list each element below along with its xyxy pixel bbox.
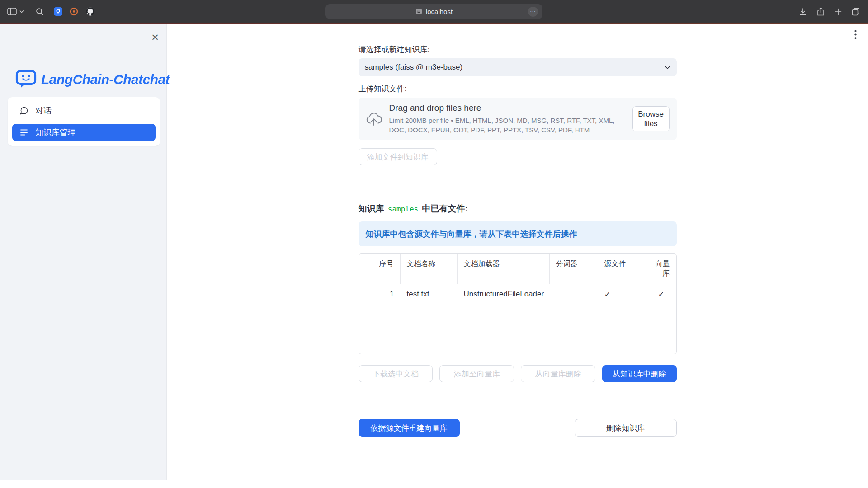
sidebar-item-label: 知识库管理 (35, 127, 76, 138)
tabs-icon[interactable] (852, 8, 860, 16)
kb-select[interactable]: samples (faiss @ m3e-base) (359, 58, 677, 76)
github-icon[interactable] (85, 7, 95, 16)
sidebar-item-kb[interactable]: 知识库管理 (12, 124, 156, 141)
remove-from-vector-button[interactable]: 从向量库删除 (521, 365, 595, 382)
extension-icon-orange[interactable] (70, 7, 78, 16)
extension-icon-blue[interactable] (54, 7, 62, 16)
sidebar: ✕ LangChain-Chatchat 对话 (0, 24, 167, 480)
table-cell-loader: UnstructuredFileLoader (458, 284, 550, 305)
dropzone-limit: Limit 200MB per file • EML, HTML, JSON, … (389, 116, 625, 135)
rebuild-vector-button[interactable]: 依据源文件重建向量库 (359, 419, 460, 437)
new-tab-icon[interactable] (835, 8, 842, 15)
kb-select-label: 请选择或新建知识库: (359, 44, 677, 55)
divider (359, 403, 677, 403)
kb-name-code: samples (387, 205, 420, 213)
download-selected-button[interactable]: 下载选中文档 (359, 365, 433, 382)
table-header-cell[interactable]: 文档名称 (401, 254, 458, 284)
table-empty-area (359, 305, 676, 354)
browser-chrome: localhost ⋯ (0, 0, 868, 23)
table-header-cell[interactable]: 源文件 (598, 254, 646, 284)
share-icon[interactable] (817, 7, 825, 16)
table-header-cell[interactable]: 分词器 (550, 254, 598, 284)
kb-actions-row: 依据源文件重建向量库 删除知识库 (359, 419, 677, 437)
download-icon[interactable] (799, 8, 807, 16)
page-accent-line (0, 23, 868, 24)
files-table: 序号 文档名称 文档加载器 分词器 源文件 向量库 1 test.txt Uns… (359, 253, 677, 354)
main-content: 请选择或新建知识库: samples (faiss @ m3e-base) 上传… (167, 0, 868, 437)
table-cell-index: 1 (359, 284, 401, 305)
upload-label: 上传知识文件: (359, 84, 677, 94)
select-chevron-icon (665, 66, 670, 69)
sidebar-close-icon[interactable]: ✕ (149, 32, 161, 43)
table-cell-source: ✓ (598, 284, 646, 305)
table-header-cell[interactable]: 向量库 (646, 254, 676, 284)
logo-icon (15, 70, 37, 89)
table-header-cell[interactable]: 文档加载器 (458, 254, 550, 284)
sidebar-item-chat[interactable]: 对话 (12, 102, 156, 119)
delete-kb-button[interactable]: 删除知识库 (575, 419, 677, 437)
nav-card: 对话 知识库管理 (8, 97, 160, 146)
browse-files-button[interactable]: Browse files (632, 106, 670, 132)
sidebar-toggle-icon[interactable] (7, 8, 17, 15)
site-favicon (415, 8, 422, 15)
table-row[interactable]: 1 test.txt UnstructuredFileLoader ✓ ✓ (359, 284, 676, 305)
logo-text: LangChain-Chatchat (41, 72, 170, 87)
file-actions-row: 下载选中文档 添加至向量库 从向量库删除 从知识库中删除 (359, 365, 677, 382)
url-bar[interactable]: localhost ⋯ (326, 4, 542, 19)
sidebar-item-label: 对话 (35, 105, 52, 116)
url-text: localhost (426, 8, 453, 15)
table-cell-splitter (550, 284, 598, 305)
table-cell-vector: ✓ (646, 284, 676, 305)
info-banner: 知识库中包含源文件与向量库，请从下表中选择文件后操作 (359, 221, 677, 246)
divider (359, 189, 677, 189)
table-cell-filename: test.txt (401, 284, 458, 305)
upload-cloud-icon (366, 112, 382, 126)
file-dropzone[interactable]: Drag and drop files here Limit 200MB per… (359, 98, 677, 140)
app-menu-icon[interactable] (849, 28, 862, 41)
add-files-button[interactable]: 添加文件到知识库 (359, 148, 437, 165)
search-icon[interactable] (36, 8, 44, 16)
url-more-icon[interactable]: ⋯ (528, 7, 538, 17)
dropzone-title: Drag and drop files here (389, 103, 625, 113)
kb-select-value: samples (faiss @ m3e-base) (365, 63, 463, 72)
chat-icon (19, 106, 28, 115)
kb-icon (19, 128, 28, 137)
app-logo: LangChain-Chatchat (15, 70, 170, 89)
chevron-down-icon[interactable] (19, 10, 24, 13)
table-header-cell[interactable]: 序号 (359, 254, 401, 284)
delete-from-kb-button[interactable]: 从知识库中删除 (602, 365, 677, 382)
table-header-row: 序号 文档名称 文档加载器 分词器 源文件 向量库 (359, 254, 676, 284)
files-heading: 知识库 samples 中已有文件: (359, 203, 677, 215)
add-to-vector-button[interactable]: 添加至向量库 (439, 365, 514, 382)
